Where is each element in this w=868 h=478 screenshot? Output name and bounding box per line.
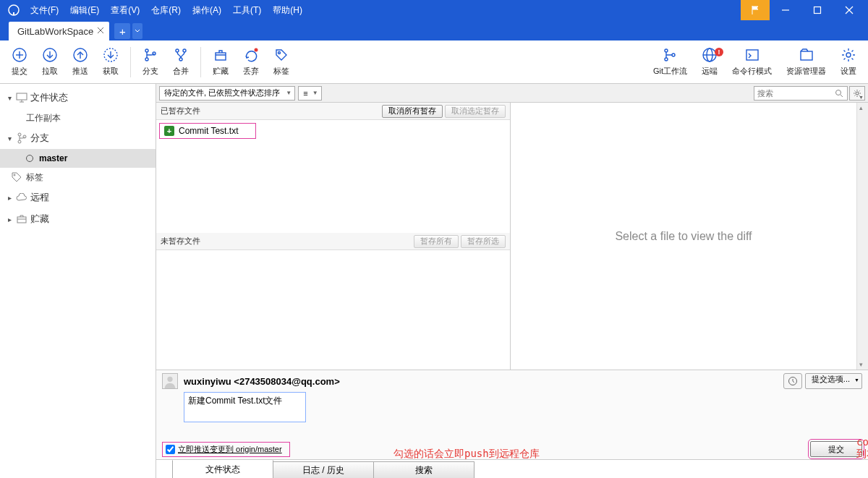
commit-history-button[interactable] <box>783 373 802 389</box>
push-immediate-checkbox[interactable] <box>166 445 175 454</box>
svg-point-26 <box>665 49 668 52</box>
cloud-icon <box>14 193 29 202</box>
commit-submit-button[interactable]: 提交 <box>810 441 862 457</box>
svg-point-22 <box>179 58 182 61</box>
file-name: Commit Test.txt <box>179 126 238 136</box>
bottom-tab-status[interactable]: 文件状态 <box>172 460 273 478</box>
commit-message-input[interactable] <box>184 392 306 422</box>
stage-all-button[interactable]: 暂存所有 <box>414 235 459 248</box>
stage-selected-button[interactable]: 暂存所选 <box>461 235 506 248</box>
bullet-icon <box>26 155 33 162</box>
unstaged-header: 未暂存文件 暂存所有 暂存所选 <box>156 233 510 250</box>
merge-button[interactable]: 合并 <box>166 42 196 82</box>
svg-point-17 <box>145 49 148 52</box>
diff-panel: Select a file to view the diff <box>511 103 856 370</box>
svg-rect-1 <box>13 12 14 15</box>
svg-point-45 <box>856 92 859 95</box>
divider <box>130 47 131 77</box>
app-logo-icon <box>7 4 20 17</box>
sidebar-group-branches[interactable]: ▾分支 <box>0 127 156 149</box>
view-options-button[interactable] <box>849 86 865 101</box>
stage-column: 已暂存文件 取消所有暂存 取消选定暂存 + Commit Test.txt 未暂… <box>156 103 511 370</box>
commit-button[interactable]: 提交 <box>4 42 35 82</box>
svg-rect-33 <box>801 51 812 60</box>
branch-button[interactable]: 分支 <box>135 42 166 82</box>
menu-repo[interactable]: 仓库(R) <box>145 0 187 20</box>
view-mode-combo[interactable]: ≡ <box>298 86 321 101</box>
sidebar-group-remotes[interactable]: ▸远程 <box>0 187 156 208</box>
bottom-tab-search[interactable]: 搜索 <box>373 461 475 478</box>
menu-help[interactable]: 帮助(H) <box>267 0 308 20</box>
commit-author: wuxinyiwu <2743508034@qq.com> <box>184 376 340 387</box>
svg-point-24 <box>255 48 258 52</box>
svg-point-28 <box>672 54 675 56</box>
menu-edit[interactable]: 编辑(E) <box>64 0 105 20</box>
notification-flag-icon[interactable] <box>741 0 770 20</box>
remote-button[interactable]: 远端! <box>694 42 725 82</box>
close-icon[interactable] <box>95 25 106 35</box>
gitflow-button[interactable]: Git工作流 <box>646 42 694 82</box>
push-button[interactable]: 推送 <box>65 42 95 82</box>
menu-action[interactable]: 操作(A) <box>187 0 227 20</box>
annotation-push: 勾选的话会立即push到远程仓库 <box>393 448 540 461</box>
settings-button[interactable]: 设置 <box>833 42 864 82</box>
terminal-button[interactable]: 命令行模式 <box>725 42 779 82</box>
stash-button[interactable]: 贮藏 <box>205 42 236 82</box>
scrollbar[interactable] <box>856 103 868 370</box>
sidebar-group-stashes[interactable]: ▸贮藏 <box>0 208 156 230</box>
svg-point-25 <box>278 52 281 54</box>
filter-row: 待定的文件, 已依照文件状态排序 ≡ <box>156 84 868 103</box>
explorer-button[interactable]: 资源管理器 <box>779 42 833 82</box>
svg-point-41 <box>14 174 15 176</box>
repo-tab-label: GitLabWorkSpace <box>17 26 93 37</box>
toolbar: 提交 拉取 推送 获取 分支 合并 贮藏 丢弃 标签 Git工作流 远端! 命令… <box>0 40 868 84</box>
menu-file[interactable]: 文件(F) <box>25 0 64 20</box>
search-input[interactable] <box>754 86 848 101</box>
maximize-button[interactable] <box>801 0 833 20</box>
search-icon <box>835 89 843 98</box>
menu-view[interactable]: 查看(V) <box>105 0 145 20</box>
alert-badge-icon: ! <box>715 48 723 56</box>
bottom-tabs: 文件状态 日志 / 历史 搜索 <box>156 459 868 478</box>
diff-placeholder: Select a file to view the diff <box>615 230 752 243</box>
sidebar: ▾文件状态 工作副本 ▾分支 master 标签 ▸远程 ▸贮藏 <box>0 84 156 478</box>
bottom-tab-log[interactable]: 日志 / 历史 <box>273 461 374 478</box>
main-panel: 待定的文件, 已依照文件状态排序 ≡ 已暂存文件 取消所有暂存 取消选定暂存 <box>156 84 868 478</box>
annotation-commit: commit到本地 <box>856 436 868 461</box>
commit-options-button[interactable]: 提交选项... <box>805 373 862 389</box>
svg-point-18 <box>145 58 148 61</box>
repo-tab[interactable]: GitLabWorkSpace <box>9 22 109 40</box>
branch-icon <box>14 132 29 144</box>
push-immediate-label: 立即推送变更到 origin/master <box>178 444 282 455</box>
unstage-all-button[interactable]: 取消所有暂存 <box>382 105 443 118</box>
filter-combo[interactable]: 待定的文件, 已依照文件状态排序 <box>159 86 295 101</box>
menu-tools[interactable]: 工具(T) <box>227 0 267 20</box>
svg-line-44 <box>841 95 843 97</box>
monitor-icon <box>14 93 29 103</box>
tag-icon <box>12 172 22 182</box>
menubar: 文件(F) 编辑(E) 查看(V) 仓库(R) 操作(A) 工具(T) 帮助(H… <box>0 0 868 20</box>
svg-point-46 <box>167 377 172 382</box>
svg-point-27 <box>665 58 668 61</box>
svg-rect-23 <box>216 53 226 60</box>
pull-button[interactable]: 拉取 <box>35 42 65 82</box>
svg-rect-42 <box>17 217 26 223</box>
staged-header: 已暂存文件 取消所有暂存 取消选定暂存 <box>156 103 510 120</box>
svg-point-21 <box>183 49 186 52</box>
minimize-button[interactable] <box>770 0 801 20</box>
sidebar-item-branch-master[interactable]: master <box>0 149 156 168</box>
close-button[interactable] <box>833 0 865 20</box>
staged-file-row[interactable]: + Commit Test.txt <box>159 123 256 139</box>
svg-rect-32 <box>746 50 758 60</box>
discard-button[interactable]: 丢弃 <box>236 42 266 82</box>
new-tab-button[interactable]: + <box>114 23 130 39</box>
sidebar-group-filestatus[interactable]: ▾文件状态 <box>0 87 156 108</box>
avatar-icon <box>162 373 178 389</box>
svg-point-38 <box>18 133 21 136</box>
tag-button[interactable]: 标签 <box>266 42 297 82</box>
tabs-dropdown-button[interactable] <box>132 23 142 39</box>
unstage-selected-button[interactable]: 取消选定暂存 <box>445 105 506 118</box>
sidebar-item-workingcopy[interactable]: 工作副本 <box>0 108 156 127</box>
sidebar-item-tags[interactable]: 标签 <box>0 168 156 187</box>
fetch-button[interactable]: 获取 <box>95 42 126 82</box>
